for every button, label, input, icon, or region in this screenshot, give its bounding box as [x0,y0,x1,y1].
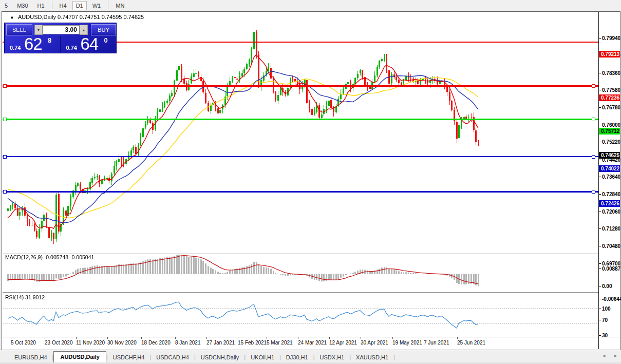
buy-price-sup: 0 [104,36,108,44]
sell-price-prefix: 0.74 [10,45,21,51]
macd-label: MACD(12,26,9) -0.005748 -0.005041 [5,254,94,260]
timeframe-button-H1[interactable]: H1 [34,1,48,10]
chart-tab-USDCAD-H4[interactable]: USDCAD,H4 [151,352,194,363]
buy-price-prefix: 0.74 [66,45,77,51]
date-tick-label: 7 Jun 2021 [424,340,449,346]
price-tick-label: 0.76000 [602,122,620,128]
rsi-tick-label: 100 [602,306,611,312]
price-axis[interactable]: 0.799400.791600.783600.775800.767800.760… [598,12,620,337]
mt4-window: 5M30H1H4D1W1MN AUDUSD,Daily 0.74707 0.74… [0,0,621,364]
price-tick-label: 0.77580 [602,87,620,93]
sell-button[interactable]: SELL [6,24,32,35]
sell-price-sup: 8 [48,36,51,44]
chart-tab-AUDUSD-Daily[interactable]: AUDUSD,Daily [53,351,106,363]
timeframe-button-H4[interactable]: H4 [56,1,70,10]
price-tick-label: 0.75220 [602,139,620,145]
chart-tab-DJ30-H1[interactable]: DJ30,H1 [281,352,313,363]
volume-input[interactable] [43,25,80,34]
price-tick-label: 0.73640 [602,174,620,180]
price-tick-label: 0.72060 [602,209,620,215]
chart-tab-USDX-H1[interactable]: USDX,H1 [315,352,350,363]
date-tick-label: 11 Nov 2020 [76,340,105,346]
symbol-header: AUDUSD,Daily 0.74707 0.74751 0.74595 0.7… [18,14,144,20]
hline-price-badge: 0.77236 [599,94,620,101]
hline-price-badge: 0.72426 [599,200,620,207]
date-tick-label: 19 May 2021 [392,340,422,346]
date-tick-label: 8 Jan 2021 [175,340,201,346]
toolbar-separator [52,2,52,9]
price-tick-label: 0.71280 [602,226,620,232]
one-click-trading-panel: SELL ▼ ▲ BUY 0.74 62 8 0.74 64 0 [4,23,117,53]
price-tick-label: 0.72840 [602,191,620,197]
price-tick-label: 0.76780 [602,105,620,110]
rsi-tick-label: 70 [602,317,608,323]
toolbar-separator [108,2,108,9]
date-tick-label: 23 Oct 2020 [45,340,72,346]
timeframe-button-M30[interactable]: M30 [13,1,31,10]
date-tick-label: 27 Jan 2021 [206,340,235,346]
chart-tab-XAUUSD-H1[interactable]: XAUUSD,H1 [351,352,393,363]
chart-canvas[interactable] [3,12,598,337]
chart-tab-USDCHF-H4[interactable]: USDCHF,H4 [108,352,150,363]
price-tick-label: 0.79940 [602,35,620,41]
sell-price-big: 62 [24,34,42,54]
chart-tabbar: EURUSD,H4|AUDUSD,Daily|USDCHF,H4|USDCAD,… [0,350,621,363]
current-price-badge: 0.74625 [599,152,620,159]
volume-increase-icon[interactable]: ▲ [80,25,88,35]
macd-tick-label: 0.00 [602,283,612,289]
tab-scroll-right-icon[interactable]: ► [613,353,618,358]
date-tick-label: 5 Mar 2021 [267,340,293,346]
price-tick-label: 0.70480 [602,243,620,249]
date-tick-label: 25 Jun 2021 [457,340,485,346]
buy-price[interactable]: 0.74 64 0 [61,36,117,53]
macd-tick-label: 0.008877 [602,266,621,272]
chart-frame: AUDUSD,Daily 0.74707 0.74751 0.74595 0.7… [2,11,620,350]
date-tick-label: 30 Apr 2021 [361,340,388,346]
tab-separator: | [393,354,395,363]
date-axis[interactable]: 5 Oct 202023 Oct 202011 Nov 202030 Nov 2… [3,337,598,349]
date-tick-label: 15 Feb 2021 [238,340,267,346]
timeframe-button-MN[interactable]: MN [112,1,128,10]
timeframe-button-5[interactable]: 5 [1,1,11,10]
volume-decrease-icon[interactable]: ▼ [34,25,43,35]
chart-tab-UKOil-H1[interactable]: UKOil,H1 [246,352,279,363]
sell-price[interactable]: 0.74 62 8 [5,36,61,53]
rsi-label: RSI(14) 31.9012 [5,294,45,300]
timeframe-toolbar: 5M30H1H4D1W1MN [0,0,621,11]
chart-tab-USDCNH-Daily[interactable]: USDCNH,Daily [196,352,244,363]
hline-price-badge: 0.74022 [599,165,620,172]
tab-scroll-left-icon[interactable]: ◄ [601,353,606,358]
timeframe-button-D1[interactable]: D1 [72,1,87,10]
hline-price-badge: 0.75712 [599,128,620,135]
date-tick-label: 18 Dec 2020 [141,340,171,346]
hline-price-badge: 0.79213 [599,51,620,58]
tab-scroll: ◄ ► [601,353,618,358]
buy-button[interactable]: BUY [91,24,116,35]
date-tick-label: 5 Oct 2020 [11,340,36,346]
timeframe-button-W1[interactable]: W1 [89,1,105,10]
date-tick-label: 12 Apr 2021 [329,340,357,346]
date-tick-label: 24 Mar 2021 [298,340,327,346]
date-tick-label: 30 Nov 2020 [107,340,137,346]
macd-tick-label: -0.006445 [602,296,621,302]
chart-tab-EURUSD-H4[interactable]: EURUSD,H4 [9,352,52,363]
axis-corner [598,337,620,349]
one-click-collapse-icon[interactable]: ▲ [10,14,14,20]
price-tick-label: 0.78360 [602,70,620,76]
buy-price-big: 64 [81,34,99,54]
